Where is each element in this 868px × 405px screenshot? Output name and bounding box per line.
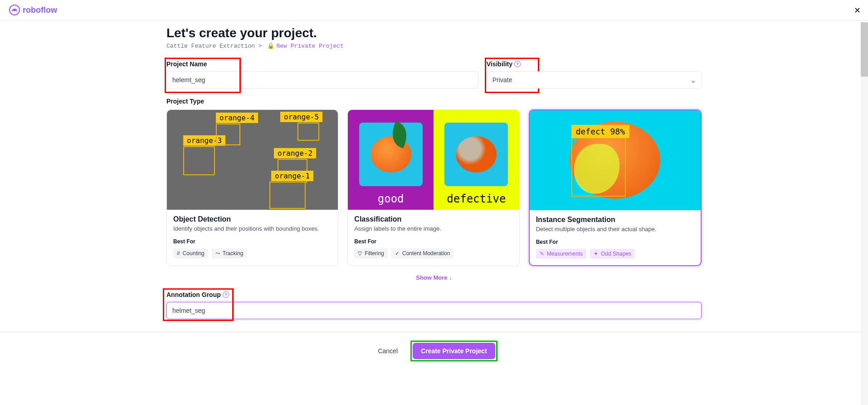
chip-filtering: ▽Filtering (354, 248, 388, 258)
filter-icon: ▽ (358, 250, 362, 257)
track-icon: ⤳ (215, 250, 220, 257)
card-preview-instance-segmentation: defect 98% (530, 110, 701, 210)
chip-tracking: ⤳Tracking (212, 248, 247, 258)
cancel-button[interactable]: Cancel (371, 341, 405, 361)
lock-icon: 🔒 (267, 43, 274, 49)
annotation-group-label-text: Annotation Group (166, 291, 221, 298)
annotation-group-label: Annotation Group ? (166, 291, 702, 298)
chip-measurements: ✎Measurements (536, 249, 586, 259)
best-for-label: Best For (536, 239, 694, 245)
seg-label: defect 98% (571, 125, 629, 138)
card-preview-classification: good defective (348, 110, 519, 210)
card-desc: Assign labels to the entire image. (354, 225, 512, 232)
card-desc: Detect multiple objects and their actual… (536, 226, 694, 232)
cls-label-good: good (378, 193, 404, 205)
arrow-down-icon: ↓ (449, 274, 452, 281)
shape-icon: ✦ (594, 251, 598, 257)
best-for-label: Best For (173, 238, 332, 245)
visibility-label-text: Visibility (487, 60, 512, 68)
scrollbar[interactable] (861, 22, 868, 370)
highlight-submit: Create Private Project (410, 341, 497, 361)
project-name-field: Project Name (166, 60, 478, 89)
card-object-detection[interactable]: orange-3 orange-4 orange-5 orange-2 oran… (166, 109, 338, 266)
help-icon[interactable]: ? (514, 61, 521, 67)
card-classification[interactable]: good defective Classification Assign lab… (347, 109, 519, 266)
check-icon: ✓ (395, 250, 400, 257)
show-more-text: Show More (416, 274, 447, 281)
card-title: Object Detection (173, 215, 332, 223)
header: roboflow ✕ (0, 0, 868, 20)
ruler-icon: ✎ (540, 251, 544, 257)
project-type-label: Project Type (166, 98, 702, 105)
help-icon[interactable]: ? (223, 291, 229, 298)
chip-odd-shapes: ✦Odd Shapes (590, 249, 635, 259)
brand-text: roboflow (23, 5, 57, 15)
roboflow-logo-icon (9, 5, 20, 15)
hash-icon: # (177, 250, 180, 257)
od-label: orange-4 (216, 113, 258, 123)
breadcrumb: Cattle Feature Extraction > 🔒New Private… (166, 42, 702, 49)
card-title: Instance Segmentation (536, 216, 694, 224)
create-project-button[interactable]: Create Private Project (413, 343, 495, 359)
scrollbar-thumb[interactable] (861, 22, 868, 77)
best-for-label: Best For (354, 238, 512, 245)
od-label: orange-2 (274, 148, 316, 158)
breadcrumb-separator: > (258, 43, 262, 49)
project-name-label: Project Name (166, 60, 478, 68)
card-title: Classification (354, 215, 512, 223)
chip-counting: #Counting (173, 248, 208, 258)
page-title: Let's create your project. (166, 26, 702, 40)
card-desc: Identify objects and their positions wit… (173, 225, 332, 232)
breadcrumb-workspace[interactable]: Cattle Feature Extraction (166, 43, 255, 49)
close-button[interactable]: ✕ (854, 5, 861, 15)
footer: Cancel Create Private Project (0, 332, 868, 370)
project-name-input[interactable] (166, 71, 478, 89)
cls-label-defective: defective (447, 193, 506, 205)
visibility-field: Visibility ? Private ⌄ (487, 60, 702, 89)
card-preview-object-detection: orange-3 orange-4 orange-5 orange-2 oran… (167, 110, 338, 210)
visibility-label: Visibility ? (487, 60, 702, 68)
show-more-button[interactable]: Show More ↓ (166, 274, 702, 281)
visibility-select[interactable]: Private (487, 71, 702, 89)
project-type-cards: orange-3 orange-4 orange-5 orange-2 oran… (166, 109, 702, 266)
breadcrumb-current: New Private Project (276, 43, 343, 49)
svg-point-1 (13, 9, 16, 11)
card-instance-segmentation[interactable]: defect 98% Instance Segmentation Detect … (529, 109, 702, 266)
annotation-group-field: Annotation Group ? (166, 291, 702, 319)
chip-content-moderation: ✓Content Moderation (391, 248, 454, 258)
od-label: orange-5 (280, 112, 322, 122)
od-label: orange-1 (271, 171, 313, 181)
annotation-group-input[interactable] (166, 302, 702, 319)
logo[interactable]: roboflow (9, 5, 57, 15)
